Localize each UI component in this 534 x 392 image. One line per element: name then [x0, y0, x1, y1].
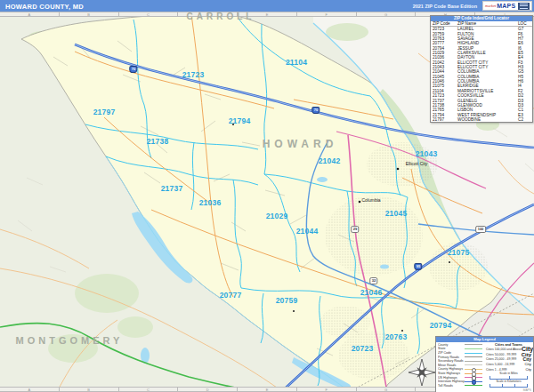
title-bar: HOWARD COUNTY, MD 2021 ZIP Code Base Edi…: [0, 0, 534, 12]
legend-label: US Highways: [438, 376, 465, 380]
legend-row: Interstate Highways: [438, 380, 486, 384]
zip-index-table: ZIP Code Index/Grid Locator ZIP Code ZIP…: [430, 15, 533, 123]
grid-letter: G: [357, 388, 417, 391]
city-class-label: Cities 50,000 - 99,999: [486, 353, 516, 356]
logo-script-text: market: [485, 4, 496, 8]
line-sample: [465, 372, 482, 375]
route-shield-md32: 32: [369, 277, 377, 284]
city-class-label: Cities 1 - 4,999: [486, 368, 507, 372]
cell-name: WOODBINE: [456, 117, 516, 122]
grid-letter: E: [238, 388, 297, 391]
city-class-label: Cities 100,000 and Above: [486, 348, 522, 351]
line-sample: [465, 364, 482, 367]
zip-label-20794: 20794: [430, 321, 452, 330]
city-sample: City: [523, 357, 531, 361]
legend-label: Interstate Highways: [438, 380, 465, 383]
table-row: 21797WOODBINEC2: [431, 117, 532, 122]
zip-label-21737: 21737: [161, 184, 183, 193]
city-sample: City: [522, 353, 531, 356]
line-sample: [465, 351, 482, 355]
zip-label-21036: 21036: [199, 198, 222, 207]
legend-label: Minor Roads: [438, 364, 465, 367]
zip-label-21029: 21029: [266, 212, 288, 220]
legend-row: ZIP Code: [438, 351, 486, 356]
legend-row: Toll Roads: [438, 383, 486, 388]
logo-main-text: MAPS: [497, 3, 515, 9]
legend-label: State: [438, 347, 465, 350]
legend-label: ZIP Code: [438, 351, 465, 355]
grid-letter: F: [297, 12, 357, 16]
legend-label: County: [438, 343, 465, 347]
grid-letter: D: [178, 388, 238, 391]
legend-lines-column: County State ZIP Code Primary Roads Seco…: [436, 342, 486, 388]
line-sample: [465, 359, 482, 363]
legend-row: State: [438, 347, 486, 351]
line-sample: [465, 367, 482, 371]
grid-letter: G: [357, 12, 417, 16]
grid-letter: F: [297, 388, 357, 391]
city-label-columbia: Columbia: [361, 197, 380, 203]
zip-label-21797: 21797: [93, 108, 116, 116]
logo-address-block: [518, 3, 530, 10]
county-label-montgomery: MONTGOMERY: [16, 335, 124, 346]
map-legend: Map Legend County State ZIP Code Primary…: [435, 336, 534, 392]
legend-row: State Highways: [438, 372, 486, 376]
grid-letter: C: [119, 388, 179, 391]
city-label-ellicott-city: Ellicott City: [406, 161, 428, 166]
legend-row: US Highways: [438, 375, 486, 380]
legend-row: Secondary Roads: [438, 359, 486, 364]
zip-label-21738: 21738: [147, 137, 169, 146]
city-class-label: Cities 25,000 - 49,999: [486, 357, 516, 361]
map-sheet: A B C D E F G H I A B C D E F G H I HOWA…: [0, 0, 534, 392]
zip-label-20723: 20723: [352, 344, 374, 353]
zip-label-20763: 20763: [385, 332, 408, 341]
grid-letter: B: [60, 12, 119, 16]
zip-label-21045: 21045: [385, 209, 408, 218]
zip-label-21794: 21794: [229, 116, 251, 125]
legend-label: Secondary Roads: [438, 359, 465, 363]
zip-label-20759: 20759: [276, 296, 298, 305]
zip-label-21042: 21042: [319, 156, 341, 165]
zip-label-21044: 21044: [296, 227, 319, 236]
city-sample: City: [525, 368, 531, 372]
scale-bar: [490, 376, 528, 380]
line-sample: [465, 347, 482, 350]
grid-letter: C: [119, 12, 179, 16]
city-class-label: Cities 5,000 - 24,999: [486, 363, 514, 366]
zip-label-21723: 21723: [182, 70, 205, 79]
zip-label-21075: 21075: [448, 248, 470, 257]
cell-zip: 21797: [431, 117, 456, 122]
zip-label-20777: 20777: [220, 291, 242, 300]
route-shield-md100: 100: [475, 226, 486, 233]
line-sample: [465, 343, 482, 347]
legend-watermark: MAPS: [523, 388, 531, 392]
grid-letter: A: [0, 12, 60, 16]
edition-label: 2021 ZIP Code Base Edition: [413, 4, 477, 9]
legend-label: State Highways: [438, 372, 465, 375]
legend-cities-column: Cities and Towns Cities 100,000 and Abov…: [486, 342, 533, 388]
county-label-howard: HOWARD: [263, 138, 338, 150]
line-sample: [465, 376, 482, 380]
cell-loc: C2: [516, 117, 532, 122]
city-sample: City: [524, 363, 531, 366]
legend-label: Toll Roads: [438, 384, 465, 388]
map-title: HOWARD COUNTY, MD: [5, 3, 84, 11]
city-class-row: Cities 5,000 - 24,999City: [486, 362, 531, 367]
line-sample: [465, 384, 482, 388]
legend-row: County Highways: [438, 367, 486, 372]
scale-miles: Scale in Miles: [486, 372, 531, 380]
scale-bar: [490, 384, 528, 388]
line-sample: [465, 380, 482, 383]
legend-label: County Highways: [438, 367, 465, 371]
legend-row: County: [438, 343, 486, 348]
city-sample: City: [522, 348, 533, 351]
legend-label: Primary Roads: [438, 356, 465, 359]
scale-kilometers: Scale in Kilometers: [486, 380, 531, 388]
zip-label-21104: 21104: [286, 58, 307, 67]
grid-letter: A: [0, 388, 60, 391]
route-shield-us29: 29: [351, 226, 359, 233]
zip-label-21043: 21043: [416, 149, 438, 158]
legend-row: Minor Roads: [438, 363, 486, 367]
county-label-carroll: CARROLL: [187, 12, 255, 21]
zip-label-21046: 21046: [360, 288, 383, 297]
